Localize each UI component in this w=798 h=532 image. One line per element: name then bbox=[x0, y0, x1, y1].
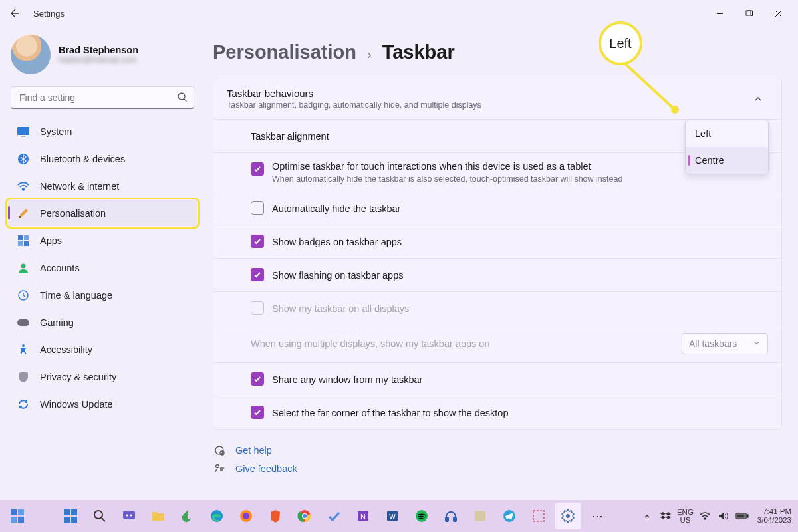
row-show-badges[interactable]: Show badges on taskbar apps bbox=[213, 225, 781, 258]
checkbox[interactable] bbox=[251, 201, 264, 215]
svg-rect-8 bbox=[24, 235, 29, 240]
headphones-icon[interactable] bbox=[438, 503, 464, 529]
checkbox[interactable] bbox=[251, 406, 264, 419]
sidebar-item-gaming[interactable]: Gaming bbox=[8, 309, 197, 335]
row-sublabel: When automatically hide the taskbar is a… bbox=[272, 174, 622, 184]
sidebar-item-time[interactable]: Time & language bbox=[8, 282, 197, 308]
gamepad-icon bbox=[16, 315, 31, 330]
svg-point-14 bbox=[22, 344, 25, 347]
firefox-icon[interactable] bbox=[233, 503, 259, 529]
dropbox-icon[interactable] bbox=[658, 506, 673, 526]
chevron-up-icon[interactable] bbox=[748, 89, 768, 109]
sidebar-item-personalisation[interactable]: Personalisation bbox=[8, 200, 197, 226]
row-label: Show my taskbar on all displays bbox=[272, 303, 409, 314]
close-button[interactable] bbox=[763, 3, 793, 23]
sidebar-item-label: Gaming bbox=[40, 317, 74, 328]
panel-subtitle: Taskbar alignment, badging, automaticall… bbox=[227, 100, 748, 110]
maximize-button[interactable] bbox=[734, 3, 763, 23]
svg-point-11 bbox=[21, 263, 26, 268]
start-button[interactable] bbox=[57, 503, 84, 529]
sidebar-item-update[interactable]: Windows Update bbox=[8, 391, 197, 417]
brave-icon[interactable] bbox=[262, 503, 289, 529]
shield-icon bbox=[16, 370, 31, 384]
settings-icon[interactable] bbox=[555, 503, 581, 529]
sidebar-item-accessibility[interactable]: Accessibility bbox=[8, 336, 197, 362]
search-input[interactable] bbox=[11, 86, 194, 109]
app-icon-2[interactable] bbox=[467, 503, 493, 529]
checkbox[interactable] bbox=[251, 268, 264, 281]
breadcrumb-parent[interactable]: Personalisation bbox=[213, 41, 356, 63]
edge-icon[interactable] bbox=[203, 503, 230, 529]
svg-rect-21 bbox=[11, 517, 17, 523]
sidebar-item-label: System bbox=[40, 126, 72, 137]
checkbox[interactable] bbox=[251, 162, 264, 176]
language-indicator[interactable]: ENGUS bbox=[677, 508, 694, 524]
chrome-icon[interactable] bbox=[291, 503, 318, 529]
svg-point-29 bbox=[126, 515, 128, 517]
sidebar-item-label: Windows Update bbox=[40, 399, 113, 410]
row-share-window[interactable]: Share any window from my taskbar bbox=[213, 362, 781, 396]
select-value: All taskbars bbox=[689, 338, 737, 349]
todo-icon[interactable] bbox=[321, 503, 347, 529]
row-show-flashing[interactable]: Show flashing on taskbar apps bbox=[213, 258, 781, 291]
give-feedback-link[interactable]: Give feedback bbox=[213, 463, 782, 475]
sidebar-item-network[interactable]: Network & internet bbox=[8, 173, 197, 199]
row-auto-hide[interactable]: Automatically hide the taskbar bbox=[213, 192, 781, 225]
spotify-icon[interactable] bbox=[408, 503, 435, 529]
row-multi-display-apps: When using multiple displays, show my ta… bbox=[213, 325, 781, 362]
onenote-icon[interactable]: N bbox=[350, 503, 376, 529]
breadcrumb: Personalisation › Taskbar bbox=[213, 41, 782, 63]
snip-icon[interactable] bbox=[525, 503, 552, 529]
row-label: Select the far corner of the taskbar to … bbox=[272, 408, 508, 418]
dropdown-item-left[interactable]: Left bbox=[686, 120, 768, 147]
svg-rect-7 bbox=[18, 235, 23, 240]
svg-point-30 bbox=[130, 515, 132, 517]
sidebar-item-label: Privacy & security bbox=[40, 372, 116, 382]
svg-rect-9 bbox=[18, 241, 23, 246]
svg-point-27 bbox=[94, 511, 102, 519]
alignment-dropdown[interactable]: Left Centre bbox=[685, 120, 769, 174]
widgets-button[interactable] bbox=[4, 503, 31, 529]
get-help-link[interactable]: Get help bbox=[213, 444, 782, 456]
tray-chevron-icon[interactable] bbox=[640, 506, 654, 526]
search-icon bbox=[177, 92, 188, 105]
word-icon[interactable]: W bbox=[379, 503, 406, 529]
sidebar-item-label: Time & language bbox=[40, 290, 112, 301]
telegram-icon[interactable] bbox=[496, 503, 523, 529]
search-button[interactable] bbox=[86, 503, 113, 529]
battery-tray-icon[interactable] bbox=[735, 506, 749, 526]
sidebar-item-accounts[interactable]: Accounts bbox=[8, 255, 197, 281]
page-title: Taskbar bbox=[382, 41, 455, 63]
overflow-icon[interactable]: ⋯ bbox=[584, 503, 610, 529]
panel-header[interactable]: Taskbar behaviours Taskbar alignment, ba… bbox=[213, 78, 781, 119]
chat-icon[interactable] bbox=[116, 503, 142, 529]
row-label: Automatically hide the taskbar bbox=[272, 203, 400, 214]
svg-rect-0 bbox=[746, 11, 751, 15]
clock[interactable]: 7:41 PM3/04/2023 bbox=[757, 507, 791, 525]
row-far-corner[interactable]: Select the far corner of the taskbar to … bbox=[213, 396, 781, 429]
row-label: Optimise taskbar for touch interactions … bbox=[272, 161, 622, 172]
back-button[interactable] bbox=[5, 3, 25, 23]
user-block[interactable]: Brad Stephenson hidden@hotmail.com bbox=[11, 35, 194, 74]
row-all-displays: Show my taskbar on all displays bbox=[213, 291, 781, 325]
sidebar-item-bluetooth[interactable]: Bluetooth & devices bbox=[8, 146, 197, 172]
checkbox[interactable] bbox=[251, 235, 264, 248]
sidebar-item-system[interactable]: System bbox=[8, 118, 197, 144]
sidebar-item-apps[interactable]: Apps bbox=[8, 227, 197, 253]
wifi-tray-icon[interactable] bbox=[698, 506, 712, 526]
svg-rect-19 bbox=[11, 509, 17, 515]
svg-rect-6 bbox=[19, 216, 21, 218]
app-icon-1[interactable] bbox=[174, 503, 201, 529]
minimize-button[interactable] bbox=[705, 3, 734, 23]
user-email: hidden@hotmail.com bbox=[59, 55, 138, 65]
dropdown-item-centre[interactable]: Centre bbox=[686, 147, 768, 174]
volume-tray-icon[interactable] bbox=[716, 506, 731, 526]
svg-point-48 bbox=[704, 518, 706, 519]
sidebar-item-privacy[interactable]: Privacy & security bbox=[8, 364, 197, 390]
row-label: When using multiple displays, show my ta… bbox=[251, 338, 489, 349]
accessibility-icon bbox=[16, 342, 31, 357]
taskbar-apps-select: All taskbars bbox=[682, 333, 768, 354]
file-explorer-icon[interactable] bbox=[145, 503, 172, 529]
sidebar-item-label: Accounts bbox=[40, 263, 80, 273]
checkbox[interactable] bbox=[251, 372, 264, 386]
